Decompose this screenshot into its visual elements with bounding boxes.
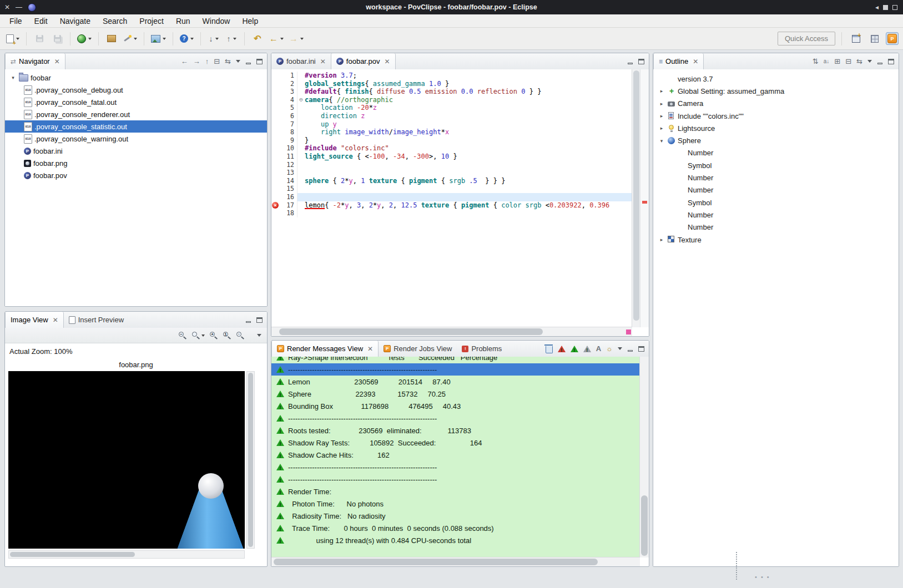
tree-item-project[interactable]: ▾foobar bbox=[5, 72, 267, 84]
next-annotation-button[interactable]: ↓ bbox=[206, 32, 221, 46]
tree-expander[interactable]: ▾ bbox=[9, 75, 17, 80]
code-line[interactable]: 13 bbox=[271, 169, 632, 177]
maximize-icon[interactable] bbox=[888, 59, 894, 64]
scrollbar-thumb[interactable] bbox=[633, 70, 639, 321]
outline-item[interactable]: Symbol bbox=[653, 159, 899, 171]
zoom-actual-button[interactable]: 1 bbox=[223, 331, 231, 340]
message-row[interactable]: Roots tested: 230569 eliminated: 113783 bbox=[271, 424, 640, 437]
tree-expander[interactable]: ▸ bbox=[658, 237, 665, 242]
dropdown-icon[interactable] bbox=[163, 38, 166, 40]
tree-item-file[interactable]: .povray_console_fatal.out bbox=[5, 96, 267, 108]
error-overview-marker[interactable] bbox=[642, 201, 647, 204]
message-row[interactable]: ----------------------------------------… bbox=[271, 363, 640, 376]
messages-vertical-scrollbar[interactable] bbox=[639, 357, 649, 557]
outline-item[interactable]: ▸Global Setting: assumed_gamma bbox=[653, 85, 899, 97]
view-menu-icon[interactable] bbox=[618, 347, 622, 350]
code-line[interactable]: 16 bbox=[271, 193, 632, 201]
code-line[interactable]: ×17lemon{ -2*y, 3, 2*y, 2, 12.5 texture … bbox=[271, 201, 632, 210]
window-maximize-icon[interactable] bbox=[892, 5, 897, 10]
message-row[interactable]: using 12 thread(s) with 0.484 CPU-second… bbox=[271, 534, 640, 546]
close-icon[interactable]: ✕ bbox=[385, 58, 390, 65]
window-restore-icon[interactable] bbox=[883, 5, 888, 10]
tree-item-file[interactable]: .povray_console_debug.out bbox=[5, 84, 267, 96]
outline-item[interactable]: Number bbox=[653, 147, 899, 159]
scrollbar-thumb[interactable] bbox=[274, 559, 598, 565]
tree-expander[interactable]: ▸ bbox=[658, 125, 665, 131]
code-line[interactable]: 2global_settings{ assumed_gamma 1.0 } bbox=[271, 80, 632, 88]
up-button[interactable]: ↑ bbox=[205, 58, 209, 65]
outline-item[interactable]: ▸Lightsource bbox=[653, 122, 899, 134]
message-row[interactable]: Shadow Cache Hits: 162 bbox=[271, 449, 640, 461]
tab-navigator[interactable]: ⇄ Navigator ✕ bbox=[5, 53, 65, 69]
outline-item[interactable]: ▸Include ""colors.inc"" bbox=[653, 110, 899, 122]
message-row[interactable]: Trace Time: 0 hours 0 minutes 0 seconds … bbox=[271, 522, 640, 534]
dropdown-icon[interactable] bbox=[201, 334, 205, 337]
menu-item-navigate[interactable]: Navigate bbox=[54, 14, 97, 28]
overview-ruler[interactable] bbox=[640, 69, 649, 327]
dropdown-icon[interactable] bbox=[215, 38, 219, 40]
close-icon[interactable]: ✕ bbox=[367, 346, 373, 352]
outline-item[interactable]: Symbol bbox=[653, 196, 899, 209]
minimize-icon[interactable] bbox=[245, 59, 251, 64]
code-line[interactable]: 8 right image_width/image_height*x bbox=[271, 128, 632, 136]
open-perspective-button[interactable] bbox=[848, 32, 864, 46]
maximize-icon[interactable] bbox=[256, 317, 263, 323]
window-minimize-icon[interactable]: — bbox=[16, 4, 22, 11]
dropdown-icon[interactable] bbox=[134, 38, 137, 40]
editor-horizontal-scrollbar[interactable] bbox=[271, 327, 632, 336]
collapse-all-button[interactable]: ⊟ bbox=[214, 58, 220, 65]
close-icon[interactable]: ✕ bbox=[693, 58, 698, 65]
menu-item-search[interactable]: Search bbox=[97, 14, 133, 28]
filter-statistic-icon[interactable]: ☼ bbox=[606, 345, 613, 352]
message-row[interactable]: Radiosity Time: No radiosity bbox=[271, 510, 640, 522]
forward-button[interactable]: → bbox=[193, 58, 200, 65]
outline-item[interactable]: Number bbox=[653, 209, 899, 221]
message-row[interactable]: ----------------------------------------… bbox=[271, 461, 640, 473]
tree-expander[interactable]: ▸ bbox=[658, 88, 665, 94]
tree-expander[interactable]: ▸ bbox=[658, 113, 665, 119]
zoom-fit-button[interactable]: ▫ bbox=[236, 331, 245, 340]
code-line[interactable]: 11light_source { <-100, -34, -300>, 10 } bbox=[271, 153, 632, 161]
outline-item[interactable]: Number bbox=[653, 171, 899, 184]
new-button[interactable] bbox=[4, 32, 21, 46]
help-button[interactable]: ? bbox=[178, 32, 195, 46]
tab-outline[interactable]: ≡ Outline ✕ bbox=[653, 53, 704, 69]
dropdown-icon[interactable] bbox=[280, 38, 284, 40]
rendered-image[interactable] bbox=[8, 371, 245, 549]
insert-scene-element-button[interactable] bbox=[104, 32, 119, 46]
menu-item-project[interactable]: Project bbox=[133, 14, 170, 28]
previous-annotation-button[interactable]: ↑ bbox=[224, 32, 239, 46]
view-menu-icon[interactable] bbox=[257, 334, 261, 337]
render-button[interactable] bbox=[75, 32, 93, 46]
minimize-icon[interactable] bbox=[627, 346, 633, 352]
tab-problems[interactable]: Problems bbox=[457, 341, 507, 357]
expand-all-button[interactable]: ⊞ bbox=[834, 58, 840, 65]
back-button[interactable]: ← bbox=[268, 32, 285, 46]
view-menu-icon[interactable] bbox=[236, 60, 240, 63]
image-vertical-scrollbar[interactable] bbox=[246, 371, 255, 549]
message-row[interactable]: ----------------------------------------… bbox=[271, 473, 640, 485]
minimize-icon[interactable] bbox=[877, 59, 883, 64]
image-horizontal-scrollbar[interactable] bbox=[8, 550, 245, 559]
resource-perspective-button[interactable] bbox=[867, 32, 882, 46]
tree-expander[interactable]: ▾ bbox=[658, 138, 665, 144]
save-button[interactable] bbox=[32, 32, 47, 46]
editor-code[interactable]: 1#version 3.7;2global_settings{ assumed_… bbox=[271, 69, 632, 327]
tree-item-file[interactable]: foobar.ini bbox=[5, 145, 267, 157]
sort-alpha-button[interactable]: a↓ bbox=[824, 59, 830, 64]
tab-render-jobs-view[interactable]: Render Jobs View bbox=[379, 341, 457, 357]
tab-render-messages-view[interactable]: Render Messages View ✕ bbox=[271, 341, 379, 357]
code-line[interactable]: 15 bbox=[271, 185, 632, 193]
tree-expander[interactable]: ▸ bbox=[658, 101, 665, 107]
maximize-icon[interactable] bbox=[256, 59, 263, 64]
window-shade-icon[interactable]: ◂ bbox=[875, 4, 879, 11]
tab-foobar-pov[interactable]: foobar.pov ✕ bbox=[331, 53, 396, 69]
filter-fatal-icon[interactable] bbox=[558, 346, 566, 352]
outline-item[interactable]: version 3.7 bbox=[653, 73, 899, 85]
trim-drag-handle[interactable]: • • • bbox=[755, 574, 770, 580]
scrollbar-thumb[interactable] bbox=[641, 495, 648, 556]
code-line[interactable]: 6 direction z bbox=[271, 112, 632, 120]
quick-access-button[interactable]: Quick Access bbox=[778, 32, 835, 45]
filter-warning-icon[interactable] bbox=[571, 346, 578, 352]
code-line[interactable]: 9} bbox=[271, 136, 632, 145]
